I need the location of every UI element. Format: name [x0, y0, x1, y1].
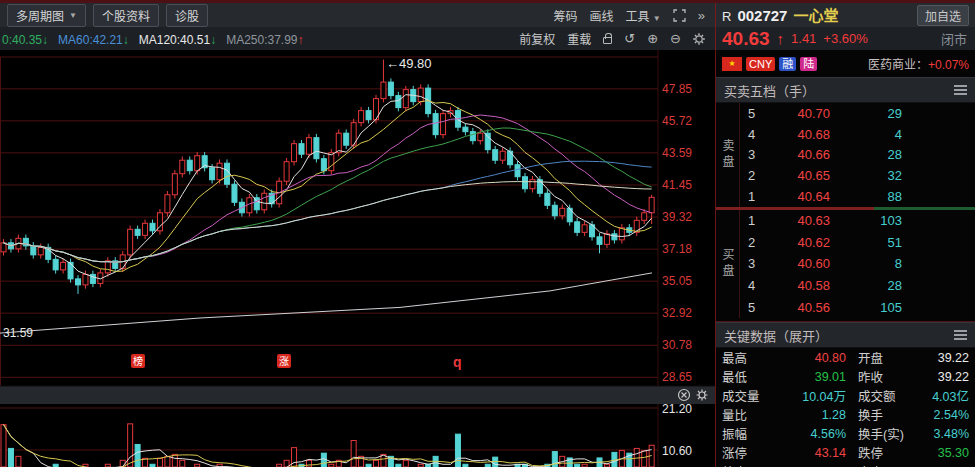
level-volume: 29 [830, 106, 902, 121]
key-data-row: 量比1.28换手2.54% [716, 405, 975, 424]
quote-summary: 40.63 ↑ 1.41 +3.60% 闭市 [715, 27, 975, 50]
level-number: 4 [740, 278, 768, 293]
key-data-label: 内盘 [846, 462, 908, 467]
fullscreen-icon[interactable] [673, 9, 686, 22]
candlestick-chart-area[interactable]: 47.8545.7243.5941.4539.3237.1835.0532.92… [0, 50, 715, 467]
key-data-label: 最低 [722, 367, 774, 386]
level-row[interactable]: 340.608 [740, 253, 975, 275]
level-price: 40.60 [768, 256, 830, 271]
sell-levels: 卖盘 540.7029440.684340.6628240.6532140.64… [716, 103, 975, 207]
quote-side-panel: ★ CNY融陆 医药商业：+0.07% 买卖五档（手） 卖盘 540.70294… [715, 50, 975, 467]
key-data-value: 39.22 [908, 370, 969, 384]
price-axis-label: 28.65 [662, 370, 692, 384]
zoom-out-icon[interactable]: ⊖ [670, 32, 681, 45]
key-data-value: 4.03亿 [908, 386, 969, 405]
level-row[interactable]: 440.5828 [740, 275, 975, 297]
candles [1, 60, 654, 294]
price-change: 1.41 [791, 31, 816, 46]
event-marker[interactable]: q [453, 354, 462, 370]
market-badges-row: ★ CNY融陆 医药商业：+0.07% [716, 50, 975, 77]
header-stock-title: R 002727 一心堂 加自选 [715, 3, 975, 27]
add-watchlist-button[interactable]: 加自选 [917, 5, 969, 26]
level-row[interactable]: 140.6488 [740, 186, 975, 207]
level-row[interactable]: 440.684 [740, 124, 975, 145]
trend-arrow-icon: ↓ [42, 33, 48, 47]
stock-name: 一心堂 [793, 4, 838, 25]
key-data-header[interactable]: 关键数据（展开） [716, 322, 975, 348]
key-data-title: 关键数据（展开） [724, 326, 828, 345]
level-row[interactable]: 240.6251 [740, 232, 975, 254]
toolbox-menu[interactable]: 工具 ▼ [625, 7, 660, 24]
level-number: 2 [740, 235, 768, 250]
industry-quote[interactable]: 医药商业：+0.07% [868, 55, 969, 72]
key-data-row: 涨停43.14跌停35.30 [716, 443, 975, 462]
draw-line-tool[interactable]: 画线 [589, 7, 613, 24]
chevron-down-icon: ▼ [653, 14, 661, 23]
level-price: 40.56 [768, 300, 830, 315]
forward-adjust-button[interactable]: 前复权 [519, 30, 555, 47]
ma-value-label: MA60:42.21↓ [58, 33, 129, 47]
key-data-label: 外盘 [722, 462, 774, 467]
header-row-1: 多周期图 ▼ 个股资料 诊股 筹码 画线 工具 ▼ [0, 3, 975, 27]
header-row-2: 0:40.35↓MA60:42.21↓MA120:40.51↓MA250:37.… [0, 27, 975, 50]
undo-icon[interactable]: ↺ [624, 32, 635, 45]
key-data-label: 成交额 [846, 386, 908, 405]
key-data-row: 最高40.80开盘39.22 [716, 348, 975, 367]
tab-stock-info-label: 个股资料 [102, 7, 150, 24]
key-data-label: 最高 [722, 348, 774, 367]
price-axis-label: 41.45 [662, 178, 692, 192]
key-data-value: 39.22 [908, 351, 969, 365]
level-row[interactable]: 240.6532 [740, 165, 975, 186]
chart-tool-group: 筹码 画线 工具 ▼ » [553, 7, 715, 24]
key-data-value: 43.14 [774, 446, 846, 460]
stock-tag-badge: 融 [779, 57, 796, 71]
ma-value-label: 0:40.35↓ [2, 33, 48, 47]
event-badge-label: 涨 [279, 356, 289, 367]
level-price: 40.68 [768, 127, 830, 142]
price-axis-label: 43.59 [662, 146, 692, 160]
level-number: 4 [740, 127, 768, 142]
level-number: 5 [740, 300, 768, 315]
ma-value-label: MA250:37.99↑ [226, 33, 303, 47]
stock-title-line: R 002727 一心堂 加自选 [716, 4, 975, 26]
reload-button[interactable]: 重载 [567, 30, 591, 47]
key-data-label: 换手 [846, 405, 908, 424]
up-arrow-icon: ↑ [777, 30, 785, 47]
chips-tool[interactable]: 筹码 [553, 7, 577, 24]
tab-multi-period[interactable]: 多周期图 ▼ [7, 4, 86, 27]
menu-icon[interactable] [954, 330, 967, 340]
level-volume: 103 [830, 213, 902, 228]
level-price: 40.65 [768, 168, 830, 183]
chevron-down-icon: ▼ [69, 11, 77, 20]
key-data-label: 开盘 [846, 348, 908, 367]
menu-icon[interactable] [954, 85, 967, 95]
tab-diagnose[interactable]: 诊股 [166, 4, 208, 27]
tab-diagnose-label: 诊股 [175, 7, 199, 24]
level-row[interactable]: 140.63103 [740, 210, 975, 232]
level-price: 40.58 [768, 278, 830, 293]
more-panels-icon[interactable]: » [698, 9, 705, 22]
ma-label-bar: 0:40.35↓MA60:42.21↓MA120:40.51↓MA250:37.… [0, 27, 715, 50]
stock-tag-badges: CNY融陆 [746, 57, 817, 71]
level-row[interactable]: 540.56105 [740, 296, 975, 318]
pane-divider[interactable] [0, 386, 715, 404]
key-data-value: 35.30 [908, 446, 969, 460]
buy-levels: 买盘 140.63103240.6251340.608440.5828540.5… [716, 210, 975, 318]
tab-stock-info[interactable]: 个股资料 [93, 4, 159, 27]
zoom-in-icon[interactable]: ⊕ [647, 32, 658, 45]
price-axis-label: 37.18 [662, 242, 692, 256]
settings-gear-icon[interactable] [693, 33, 705, 45]
key-data-value: 4.56% [774, 427, 846, 441]
level-row[interactable]: 340.6628 [740, 145, 975, 166]
key-data-value: 39.01 [774, 370, 846, 384]
level-number: 3 [740, 147, 768, 162]
level-price: 40.64 [768, 189, 830, 204]
level-row[interactable]: 540.7029 [740, 103, 975, 124]
lock-icon[interactable] [603, 37, 612, 44]
key-data-label: 跌停 [846, 443, 908, 462]
candlestick-chart: 47.8545.7243.5941.4539.3237.1835.0532.92… [0, 50, 715, 467]
level-volume: 28 [830, 147, 902, 162]
trend-arrow-icon: ↓ [210, 33, 216, 47]
ma-values: 0:40.35↓MA60:42.21↓MA120:40.51↓MA250:37.… [0, 30, 304, 48]
volume-axis-label: 10.60 [662, 444, 692, 458]
